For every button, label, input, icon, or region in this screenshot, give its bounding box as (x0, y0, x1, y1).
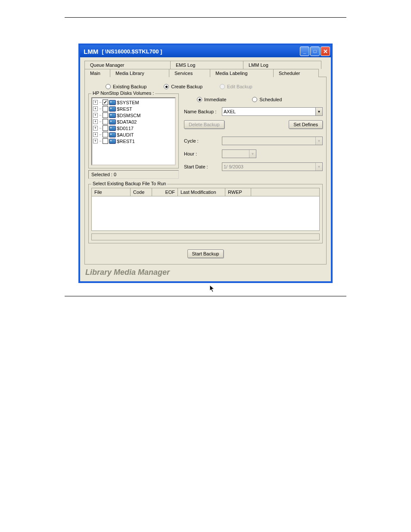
scheduler-panel: Existing Backup Create Backup Edit Backu… (84, 77, 327, 264)
expand-icon[interactable]: + (93, 113, 98, 118)
expand-icon[interactable]: + (93, 132, 98, 137)
tabs-row-2: Main Media Library Services Media Labeli… (83, 69, 328, 77)
tree-item[interactable]: +··· $DATA02 (93, 118, 174, 125)
tab-services[interactable]: Services (169, 69, 210, 77)
radio-label: Create Backup (171, 84, 202, 89)
titlebar[interactable]: LMM [ \NS16000.$STKL700 ] _ □ ✕ (80, 45, 331, 57)
volumes-fieldset: HP NonStop Disks Volumes : +··· $SYSTEM (88, 93, 179, 168)
tree-item[interactable]: +··· $D0117 (93, 125, 174, 131)
chevron-down-icon[interactable]: ▼ (315, 108, 322, 115)
tree-label: $DSMSCM (117, 113, 140, 118)
tree-label: $D0117 (117, 126, 134, 131)
tree-item[interactable]: +··· $REST1 (93, 138, 174, 144)
radio-label: Edit Backup (227, 84, 252, 89)
radio-label: Scheduled (259, 97, 282, 102)
name-backup-combo[interactable]: AXEL ▼ (222, 107, 323, 116)
tab-lmm-log[interactable]: LMM Log (243, 61, 321, 69)
checkbox[interactable] (103, 138, 108, 144)
tab-queue-manager[interactable]: Queue Manager (84, 61, 171, 69)
expand-icon[interactable]: + (93, 106, 98, 111)
col-rwep[interactable]: RWEP (225, 188, 251, 196)
radio-icon (252, 97, 257, 102)
tab-media-labeling[interactable]: Media Labeling (210, 69, 274, 77)
disk-icon (109, 126, 116, 131)
maximize-button[interactable]: □ (310, 47, 320, 56)
radio-edit-backup: Edit Backup (220, 84, 252, 89)
checkbox[interactable] (103, 125, 108, 131)
disk-icon (109, 132, 116, 137)
chevron-down-icon: ▼ (315, 163, 322, 171)
col-last-mod[interactable]: Last Modification (178, 188, 225, 196)
delete-backup-button: Delete Backup (184, 120, 224, 129)
volumes-tree[interactable]: +··· $SYSTEM +··· (91, 97, 176, 165)
close-button[interactable]: ✕ (321, 47, 330, 56)
chevron-down-icon: ▼ (249, 150, 256, 158)
tab-ems-log[interactable]: EMS Log (170, 61, 243, 69)
start-date-field: 1/ 9/2003 ▼ (222, 162, 323, 171)
tree-label: $REST1 (117, 139, 135, 144)
top-rule (65, 17, 346, 18)
disk-icon (109, 100, 116, 105)
files-legend: Select Existing Backup File To Run (91, 181, 167, 186)
tree-label: $REST (117, 106, 132, 112)
tree-item[interactable]: +··· $SYSTEM (93, 99, 174, 106)
tree-item[interactable]: +··· $AUDIT (93, 131, 174, 138)
col-code[interactable]: Code (131, 188, 152, 196)
start-backup-button[interactable]: Start Backup (187, 249, 224, 258)
bottom-rule (65, 296, 346, 296)
checkbox[interactable] (103, 100, 108, 105)
start-date-value: 1/ 9/2003 (224, 164, 243, 169)
disk-icon (109, 119, 116, 124)
tabs-row-1: Queue Manager EMS Log LMM Log (83, 61, 328, 69)
tree-label: $AUDIT (117, 132, 134, 137)
start-date-label: Start Date : (184, 164, 218, 169)
files-list[interactable] (91, 196, 320, 231)
cursor-icon (209, 285, 215, 292)
minimize-button[interactable]: _ (300, 47, 309, 56)
name-backup-value: AXEL (224, 109, 236, 114)
set-defines-button[interactable]: Set Defines (289, 120, 323, 129)
checkbox[interactable] (103, 112, 108, 118)
client-area: Queue Manager EMS Log LMM Log Main Media… (80, 57, 331, 281)
radio-icon (197, 97, 202, 102)
radio-icon (164, 84, 169, 89)
radio-label: Immediate (204, 97, 226, 102)
radio-existing-backup[interactable]: Existing Backup (106, 84, 146, 89)
expand-icon[interactable]: + (93, 139, 98, 143)
expand-icon[interactable]: + (93, 126, 98, 131)
tree-label: $DATA02 (117, 119, 137, 124)
tab-media-library[interactable]: Media Library (110, 69, 169, 77)
checkbox[interactable] (103, 132, 108, 137)
tree-item[interactable]: +··· $DSMSCM (93, 112, 174, 118)
window-path: [ \NS16000.$STKL700 ] (102, 48, 162, 55)
tree-item[interactable]: +··· $REST (93, 106, 174, 112)
name-backup-label: Name Backup : (184, 109, 218, 114)
col-eof[interactable]: EOF (152, 188, 178, 196)
hour-label: Hour : (184, 151, 218, 156)
volumes-legend: HP NonStop Disks Volumes : (91, 90, 155, 96)
files-status (91, 233, 320, 240)
radio-create-backup[interactable]: Create Backup (164, 84, 202, 89)
disk-icon (109, 113, 116, 118)
tab-main[interactable]: Main (84, 69, 110, 77)
col-spacer (251, 188, 319, 196)
radio-label: Existing Backup (113, 84, 146, 89)
footer-title: Library Media Manager (83, 264, 328, 279)
radio-icon (106, 84, 111, 89)
radio-icon (220, 84, 225, 89)
schedule-panel: Immediate Scheduled Name Backup : (184, 93, 323, 179)
disk-icon (109, 106, 116, 112)
tab-scheduler[interactable]: Scheduler (273, 69, 319, 77)
app-name: LMM (84, 48, 98, 55)
checkbox[interactable] (103, 119, 108, 124)
files-header-row: File Code EOF Last Modification RWEP (91, 188, 320, 196)
radio-scheduled[interactable]: Scheduled (252, 97, 282, 102)
checkbox[interactable] (103, 106, 108, 112)
radio-immediate[interactable]: Immediate (197, 97, 226, 102)
selected-count: Selected : 0 (88, 170, 179, 179)
expand-icon[interactable]: + (93, 119, 98, 124)
expand-icon[interactable]: + (93, 100, 98, 105)
chevron-down-icon: ▼ (315, 137, 322, 145)
tree-label: $SYSTEM (117, 100, 139, 105)
col-file[interactable]: File (92, 188, 131, 196)
